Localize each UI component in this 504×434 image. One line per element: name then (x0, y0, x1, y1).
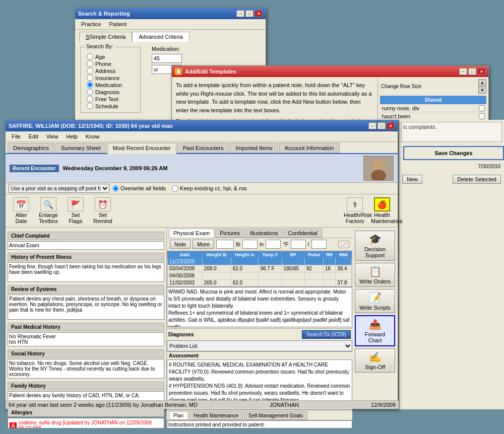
chief-complaint-header: Chief Complaint (8, 232, 164, 240)
search-tab-simple[interactable]: SSimple Criteria (79, 32, 132, 42)
search-win-buttons: ─ □ ✕ (236, 10, 263, 17)
write-scripts-btn[interactable]: 📝 Write Scripts (355, 289, 395, 313)
ros-header: Review of Systems (8, 285, 164, 294)
vitals-row[interactable]: 11/23/2009 (168, 258, 352, 265)
toolbar-set-remind[interactable]: ⏰ Set Remind (90, 196, 115, 226)
emr-maximize-btn[interactable]: □ (377, 122, 386, 129)
allergy-item: A codeine, sulfa drug [Updated by JONATH… (9, 419, 163, 428)
chief-complaint-input[interactable]: Annual Exam (8, 241, 164, 250)
plan-text-area[interactable]: Instructions printed and provided to pat… (167, 420, 352, 428)
pe-field2-input[interactable] (311, 240, 327, 249)
allergies-header: Allergies (8, 408, 164, 417)
toolbar-enlarge[interactable]: 🔍 Enlarge Textbox (36, 196, 61, 226)
pe-temp-input[interactable] (266, 240, 281, 249)
pe-temp-label: °F (283, 241, 288, 247)
patient-photo (363, 156, 394, 181)
vitals-col-header: Weight lb (202, 252, 231, 258)
search-title: Search & Reporting (78, 11, 130, 17)
save-changes-btn[interactable]: Save Changes (403, 146, 504, 160)
vitals-row[interactable]: 11/02/2003205.062.037.8 (168, 279, 352, 286)
tab-past-encounters[interactable]: Past Encounters (177, 143, 229, 153)
emr-menu-file[interactable]: File (8, 132, 25, 140)
bottom-tab-self-mgmt[interactable]: Self-Management Goals (244, 411, 307, 420)
problem-list-select[interactable]: Problem List (167, 340, 352, 351)
emr-menu-help[interactable]: Help (62, 132, 82, 140)
pe-text-area[interactable]: WNWD NAD. Mucosa is pink and moist. Affe… (167, 287, 352, 327)
toolbar-health-risk[interactable]: ⚕ Health/Risk Factors (342, 196, 367, 226)
allergies-content: A codeine, sulfa drug [Updated by JONATH… (8, 418, 164, 428)
new-template-btn[interactable]: New (402, 175, 422, 184)
search-menu-practice[interactable]: Practice (77, 20, 105, 28)
templates-close-btn[interactable]: ✕ (477, 68, 485, 75)
vitals-row[interactable]: 03/04/2009208.062.098.7 F180/85921638.4 (168, 265, 352, 272)
emr-toolbar: 📅 Alter Date 🔍 Enlarge Textbox 🚩 Set Fla… (6, 194, 398, 228)
search-radio-age: Age (87, 53, 134, 60)
vitals-col-header: Pulse (304, 252, 323, 258)
tab-summary[interactable]: Summary Sheet (55, 143, 106, 153)
write-orders-icon: 📋 (369, 265, 382, 277)
templates-title: Add/Edit Templates (185, 68, 236, 75)
hpi-input[interactable]: Feeling fine, though hasn't been taking … (8, 262, 164, 282)
toolbar-set-flags[interactable]: 🚩 Set Flags (63, 196, 88, 226)
templates-title-bar: 📋 Add/Edit Templates ─ □ ✕ (172, 66, 488, 77)
right-panel: ic complaints. Save Changes 7/30/2010 Ne… (398, 120, 504, 409)
pe-tab-physical[interactable]: Physical Exam (169, 229, 214, 238)
change-row-label: Change Row Size (380, 83, 422, 90)
sign-off-btn[interactable]: ✍️ Sign-Off (355, 348, 395, 373)
pe-tab-illustrations[interactable]: Illustrations (245, 229, 283, 238)
pe-in-input[interactable] (242, 240, 258, 249)
forward-chart-btn[interactable]: 📤 Forward Chart (355, 315, 395, 346)
ros-input[interactable]: Patient denies any chest pain, shortness… (8, 295, 164, 320)
pe-in-label: in (260, 241, 264, 247)
emr-title-bar: SAFFIRE, WILLIAM (DOB: 12/1/1945; ID: 10… (6, 120, 398, 131)
pe-tab-pictures[interactable]: Pictures (215, 229, 244, 238)
pe-tab-confidential[interactable]: Confidential (284, 229, 322, 238)
delete-template-btn[interactable]: Delete Selected (453, 175, 501, 184)
templates-change-row: Change Row Size ▲ ▼ (380, 79, 486, 94)
scroll-down-btn[interactable]: ▼ (478, 87, 486, 94)
allergy-icon: A (10, 422, 17, 428)
emr-date-header: Recent Encounter Wednesday December 9, 2… (6, 154, 398, 183)
search-minimize-btn[interactable]: ─ (236, 10, 244, 17)
tab-account[interactable]: Account Information (279, 143, 340, 153)
tab-imported[interactable]: Imported Items (230, 143, 278, 153)
pmh-input[interactable]: h/o Rheumatic Fever h/o HTN (8, 332, 164, 346)
pe-more-btn[interactable]: More (193, 240, 214, 249)
search-field1-input[interactable] (152, 54, 182, 63)
tab-most-recent[interactable]: Most Recent Encounter (107, 143, 176, 154)
pe-note-btn[interactable]: Note (170, 240, 191, 249)
bottom-tabs: Plan Health Maintenance Self-Management … (167, 410, 352, 420)
health-maint-icon: 🍎 (374, 197, 390, 211)
toolbar-health-maint[interactable]: 🍎 Health Maintenance (369, 196, 395, 226)
header-left: Recent Encounter Wednesday December 9, 2… (10, 165, 167, 172)
emr-minimize-btn[interactable]: ─ (368, 122, 376, 129)
social-history-input[interactable]: No tobacco. No rec drugs. Some alcohol u… (8, 359, 164, 379)
search-tab-advanced[interactable]: Advanced Criteria (132, 32, 189, 42)
visit-select[interactable]: Use a prior visit as a stepping off poin… (9, 184, 109, 193)
tab-demographics[interactable]: Demographics (8, 143, 54, 153)
templates-minimize-btn[interactable]: ─ (459, 68, 467, 75)
emr-close-btn[interactable]: ✕ (387, 122, 395, 129)
toolbar-alter-date[interactable]: 📅 Alter Date (9, 196, 34, 226)
search-menu-patient[interactable]: Patient (105, 20, 131, 28)
decision-support-btn[interactable]: 🎓 Decision Support (355, 231, 395, 261)
search-tab-row: SSimple Criteria Advanced Criteria (75, 30, 266, 42)
emr-menu-view[interactable]: View (42, 132, 62, 140)
templates-maximize-btn[interactable]: □ (468, 68, 476, 75)
sign-off-icon: ✍️ (369, 351, 382, 363)
emr-menu-know[interactable]: Know (82, 132, 104, 140)
social-history-header: Social History (8, 349, 164, 358)
search-maximize-btn[interactable]: □ (245, 10, 254, 17)
bottom-tab-plan[interactable]: Plan (169, 411, 188, 420)
search-close-btn[interactable]: ✕ (255, 10, 263, 17)
vitals-row[interactable]: 04/06/2008 (168, 272, 352, 279)
bottom-tab-health-maint[interactable]: Health Maintenance (189, 411, 243, 420)
scroll-up-btn[interactable]: ▲ (478, 79, 486, 86)
search-dx-btn[interactable]: Search Dx (ICD9) (302, 330, 351, 339)
templates-win-buttons: ─ □ ✕ (459, 68, 485, 75)
write-orders-btn[interactable]: 📋 Write Orders (355, 263, 395, 287)
pe-lb-input[interactable] (216, 240, 234, 249)
pe-chart-btn[interactable]: 📈 (338, 241, 349, 248)
emr-menu-edit[interactable]: Edit (25, 132, 42, 140)
pe-field1-input[interactable] (291, 240, 306, 249)
